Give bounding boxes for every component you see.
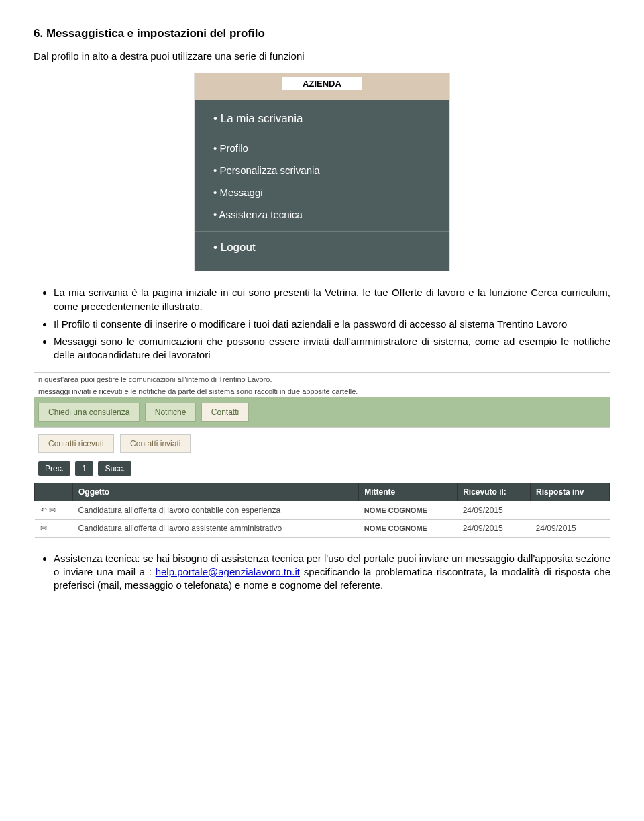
row-icons: ✉ [35,519,73,537]
dropdown-item-profilo[interactable]: Profilo [195,137,449,159]
dropdown-item-personalizza[interactable]: Personalizza scrivania [195,159,449,181]
bullet-list-2: Assistenza tecnica: se hai bisogno di as… [54,552,610,593]
row-mittente: NOME COGNOME [359,501,458,519]
table-row[interactable]: ↶ ✉ Candidatura all'offerta di lavoro co… [35,501,610,519]
intro-paragraph: Dal profilo in alto a destra puoi utiliz… [34,50,610,63]
col-oggetto: Oggetto [73,483,359,501]
col-risposta: Risposta inv [531,483,610,501]
tab-notifiche[interactable]: Notifiche [145,403,197,422]
row-risposta [531,501,610,519]
subtab-ricevuti[interactable]: Contatti ricevuti [38,434,114,453]
msg-desc-1: n quest'area puoi gestire le comunicazio… [34,373,610,385]
col-mittente: Mittente [359,483,458,501]
dropdown-item-assistenza[interactable]: Assistenza tecnica [195,203,449,226]
dropdown-item-messaggi[interactable]: Messaggi [195,181,449,203]
row-oggetto: Candidatura all'offerta di lavoro assist… [73,519,359,537]
bullet-list-1: La mia scrivania è la pagina iniziale in… [54,286,610,362]
row-ricevuto: 24/09/2015 [458,519,531,537]
dropdown-header: AZIENDA [195,73,449,100]
table-row[interactable]: ✉ Candidatura all'offerta di lavoro assi… [35,519,610,537]
pager: Prec. 1 Succ. [34,457,610,480]
tab-consulenza[interactable]: Chiedi una consulenza [38,403,140,422]
pager-next[interactable]: Succ. [98,461,131,476]
pager-prev[interactable]: Prec. [38,461,70,476]
list-item: Il Profilo ti consente di inserire o mod… [54,318,610,331]
row-ricevuto: 24/09/2015 [458,501,531,519]
msg-subtabs: Contatti ricevuti Contatti inviati [34,428,610,457]
pager-page-1[interactable]: 1 [75,461,93,476]
messages-screenshot: n quest'area puoi gestire le comunicazio… [34,372,610,538]
row-icons: ↶ ✉ [35,501,73,519]
row-oggetto: Candidatura all'offerta di lavoro contab… [73,501,359,519]
subtab-inviati[interactable]: Contatti inviati [120,434,191,453]
dropdown-item-scrivania[interactable]: La mia scrivania [195,107,449,134]
list-item: Messaggi sono le comunicazioni che posso… [54,335,610,363]
row-mittente: NOME COGNOME [359,519,458,537]
dropdown-item-logout[interactable]: Logout [195,231,449,260]
list-item: La mia scrivania è la pagina iniziale in… [54,286,610,313]
col-icon [35,483,73,501]
profile-dropdown-screenshot: AZIENDA La mia scrivania Profilo Persona… [194,73,450,271]
col-ricevuto: Ricevuto il: [458,483,531,501]
dropdown-header-label: AZIENDA [282,77,362,90]
row-risposta: 24/09/2015 [531,519,610,537]
dropdown-body: La mia scrivania Profilo Personalizza sc… [195,100,449,271]
messages-table: Oggetto Mittente Ricevuto il: Risposta i… [34,483,610,538]
tab-contatti[interactable]: Contatti [201,403,249,422]
section-heading: 6. Messaggistica e impostazioni del prof… [34,27,610,40]
list-item: Assistenza tecnica: se hai bisogno di as… [54,552,610,593]
msg-tabbar: Chiedi una consulenza Notifiche Contatti [34,397,610,428]
msg-desc-2: messaggi inviati e ricevuti e le notific… [34,385,610,397]
help-email-link[interactable]: help.portale@agenzialavoro.tn.it [156,566,300,577]
